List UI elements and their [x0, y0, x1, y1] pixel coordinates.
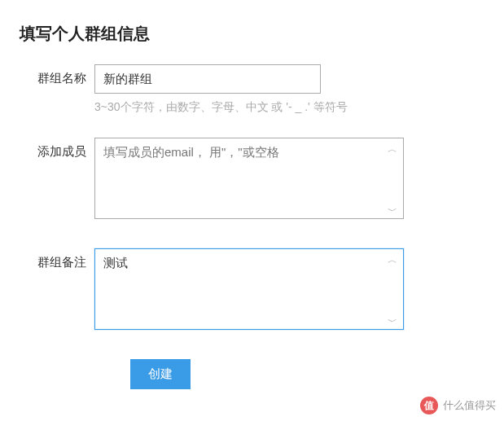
page-title: 填写个人群组信息: [20, 23, 484, 45]
add-members-textarea[interactable]: [94, 138, 404, 219]
watermark: 值 什么值得买: [420, 397, 496, 414]
row-group-remark: 群组备注 ︿ ﹀: [20, 248, 484, 351]
logo-icon: 值: [420, 397, 438, 414]
row-add-members: 添加成员 ︿ ﹀: [20, 138, 484, 240]
label-group-name: 群组名称: [20, 64, 94, 86]
watermark-text: 什么值得买: [443, 398, 496, 413]
chevron-down-icon[interactable]: ﹀: [386, 204, 399, 217]
create-button[interactable]: 创建: [130, 359, 191, 389]
group-remark-textarea[interactable]: [94, 248, 404, 330]
chevron-up-icon[interactable]: ︿: [386, 143, 399, 156]
row-group-name: 群组名称 3~30个字符，由数字、字母、中文 或 '- _ .' 等符号: [20, 64, 484, 129]
label-group-remark: 群组备注: [20, 248, 94, 270]
chevron-up-icon[interactable]: ︿: [386, 253, 399, 266]
group-name-hint: 3~30个字符，由数字、字母、中文 或 '- _ .' 等符号: [94, 100, 484, 115]
chevron-down-icon[interactable]: ﹀: [386, 315, 399, 328]
group-name-input[interactable]: [94, 64, 321, 94]
label-add-members: 添加成员: [20, 138, 94, 160]
